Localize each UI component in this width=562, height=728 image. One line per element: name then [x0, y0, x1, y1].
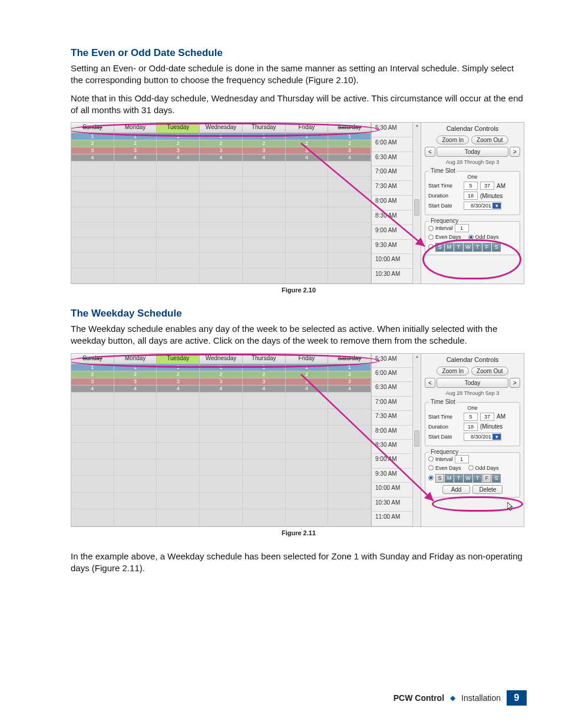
today-button[interactable]: Today	[437, 378, 508, 388]
weekday-radio[interactable]	[428, 244, 434, 249]
time-slot[interactable]: 6:00 AM	[372, 137, 412, 152]
time-slot[interactable]: 8:30 AM	[372, 210, 412, 225]
zoom-out-button[interactable]: Zoom Out	[471, 136, 508, 144]
start-minute-input[interactable]: 37	[480, 182, 494, 190]
time-slot[interactable]: 8:00 AM	[372, 196, 412, 210]
cell[interactable]: 3	[243, 378, 286, 385]
cell[interactable]: 3	[200, 378, 243, 385]
day-btn-thu[interactable]: T	[473, 474, 482, 483]
cell[interactable]: 2	[243, 140, 286, 147]
time-slot[interactable]: 7:30 AM	[372, 181, 412, 196]
day-btn-tue[interactable]: T	[454, 474, 463, 483]
cell[interactable]: 3	[286, 378, 329, 385]
time-slot[interactable]: 10:00 AM	[372, 254, 412, 269]
day-header[interactable]: Thursday	[243, 354, 286, 364]
cell[interactable]: 4	[157, 154, 200, 161]
cell[interactable]: 3	[200, 147, 243, 154]
cell[interactable]: 2	[114, 140, 157, 147]
day-header[interactable]: Friday	[286, 123, 329, 133]
scrollbar-thumb[interactable]	[414, 199, 419, 216]
odd-radio[interactable]	[468, 235, 474, 240]
day-header[interactable]: Monday	[114, 354, 157, 364]
start-hour-input[interactable]: 5	[464, 413, 478, 421]
cell[interactable]: 4	[328, 386, 371, 392]
zoom-in-button[interactable]: Zoom In	[437, 136, 469, 144]
day-btn-fri[interactable]: F	[482, 243, 491, 252]
time-slot[interactable]: 10:30 AM	[372, 269, 412, 284]
prev-button[interactable]: <	[425, 147, 435, 157]
cell[interactable]: 2	[200, 371, 243, 378]
day-header[interactable]: Saturday	[328, 123, 371, 133]
next-button[interactable]: >	[510, 147, 520, 157]
cell[interactable]: 3	[71, 378, 114, 385]
time-slot[interactable]: 10:00 AM	[372, 483, 412, 497]
cell[interactable]: 1	[71, 364, 114, 371]
day-header[interactable]: Tuesday	[157, 354, 200, 364]
cell[interactable]: 1	[114, 364, 157, 371]
day-header[interactable]: Sunday	[71, 123, 114, 133]
time-slot[interactable]: 11:00 AM	[372, 512, 412, 526]
time-slot[interactable]: 8:30 AM	[372, 440, 412, 454]
day-btn-mon[interactable]: M	[445, 474, 454, 483]
time-slot[interactable]: 5:30 AM	[372, 123, 412, 137]
cell[interactable]: 3	[243, 147, 286, 154]
next-button[interactable]: >	[510, 378, 520, 388]
add-button[interactable]: Add	[442, 485, 471, 494]
day-header[interactable]: Wednesday	[200, 123, 243, 133]
time-slot[interactable]: 6:00 AM	[372, 368, 412, 382]
time-slot[interactable]: 7:30 AM	[372, 411, 412, 425]
scrollbar-thumb[interactable]	[414, 430, 419, 447]
interval-radio[interactable]	[428, 456, 434, 462]
cell[interactable]: 1	[328, 364, 371, 371]
even-radio[interactable]	[428, 235, 434, 240]
cell[interactable]: 4	[243, 154, 286, 161]
cell[interactable]: 1	[71, 133, 114, 140]
day-header[interactable]: Friday	[286, 354, 329, 364]
cell[interactable]: 2	[328, 140, 371, 147]
cell[interactable]: 1	[200, 364, 243, 371]
cell[interactable]: 1	[286, 133, 329, 140]
day-btn-wed[interactable]: W	[464, 474, 472, 483]
day-btn-sat[interactable]: S	[492, 474, 501, 483]
cell[interactable]: 3	[328, 378, 371, 385]
scrollbar[interactable]	[412, 354, 421, 526]
calendar-dropdown-icon[interactable]: ▾	[492, 434, 501, 440]
day-header[interactable]: Wednesday	[200, 354, 243, 364]
cell[interactable]: 4	[243, 386, 286, 392]
cell[interactable]: 4	[286, 154, 329, 161]
duration-input[interactable]: 18	[464, 423, 478, 431]
cell[interactable]: 3	[157, 378, 200, 385]
day-btn-sun[interactable]: S	[435, 474, 444, 483]
interval-input[interactable]: 1	[455, 455, 469, 463]
time-slot[interactable]: 5:30 AM	[372, 354, 412, 368]
time-slot[interactable]: 9:00 AM	[372, 225, 412, 240]
cell[interactable]: 4	[71, 386, 114, 392]
zoom-out-button[interactable]: Zoom Out	[471, 367, 508, 375]
day-btn-wed[interactable]: W	[464, 243, 472, 252]
cell[interactable]: 2	[157, 140, 200, 147]
weekday-radio[interactable]	[428, 475, 434, 480]
day-btn-mon[interactable]: M	[445, 243, 454, 252]
cell[interactable]: 2	[157, 371, 200, 378]
interval-radio[interactable]	[428, 226, 434, 231]
cell[interactable]: 2	[114, 371, 157, 378]
cell[interactable]: 3	[114, 378, 157, 385]
cell[interactable]: 4	[157, 386, 200, 392]
cell[interactable]: 3	[328, 147, 371, 154]
cell[interactable]: 4	[114, 386, 157, 392]
day-btn-sun[interactable]: S	[435, 243, 444, 252]
zoom-in-button[interactable]: Zoom In	[437, 367, 469, 375]
cell[interactable]: 1	[200, 133, 243, 140]
cell[interactable]: 2	[286, 140, 329, 147]
start-date-input[interactable]: 8/30/201▾	[464, 433, 501, 441]
cell[interactable]: 1	[328, 133, 371, 140]
odd-radio[interactable]	[468, 465, 474, 470]
cell[interactable]: 2	[71, 371, 114, 378]
start-date-input[interactable]: 8/30/201▾	[464, 202, 501, 210]
day-header[interactable]: Saturday	[328, 354, 371, 364]
today-button[interactable]: Today	[437, 147, 508, 157]
day-header[interactable]: Thursday	[243, 123, 286, 133]
cell[interactable]: 4	[71, 154, 114, 161]
cell[interactable]: 4	[286, 386, 329, 392]
scrollbar[interactable]	[412, 123, 421, 284]
